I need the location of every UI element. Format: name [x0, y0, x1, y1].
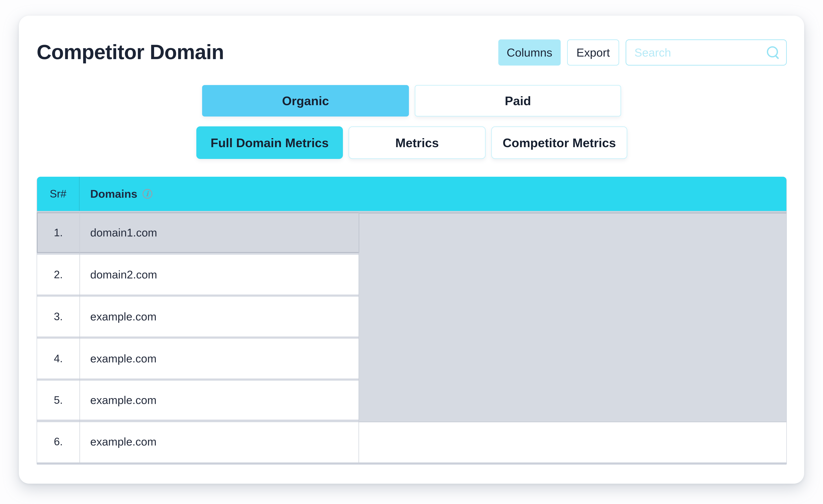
competitor-domain-card: Competitor Domain Columns Export Organic… — [19, 16, 804, 484]
domains-column-right-divider — [359, 213, 359, 463]
table-row[interactable]: 6. example.com — [37, 423, 359, 461]
sr-cell: 4. — [37, 339, 79, 379]
sr-cell: 6. — [37, 423, 79, 461]
search-icon — [767, 46, 780, 59]
export-button[interactable]: Export — [567, 39, 619, 65]
table-row[interactable]: 2. domain2.com — [37, 255, 359, 294]
sr-cell: 1. — [37, 213, 79, 253]
domain-cell: example.com — [79, 339, 359, 379]
table-row[interactable]: 4. example.com — [37, 339, 359, 379]
domain-cell: domain1.com — [79, 213, 359, 253]
tab-full-domain-metrics[interactable]: Full Domain Metrics — [196, 127, 343, 159]
domain-cell: example.com — [79, 297, 359, 336]
page-title: Competitor Domain — [37, 40, 224, 64]
columns-button[interactable]: Columns — [498, 39, 561, 65]
table-row[interactable]: 1. domain1.com — [37, 213, 359, 253]
header-domains-label: Domains — [90, 188, 137, 200]
table-row[interactable]: 3. example.com — [37, 297, 359, 336]
domains-table: Sr# Domains i 1. domain1.com 2. domain2.… — [37, 177, 787, 465]
header-sr: Sr# — [37, 177, 79, 211]
domain-cell: domain2.com — [79, 255, 359, 294]
tab-metrics[interactable]: Metrics — [348, 127, 486, 159]
table-row[interactable]: 5. example.com — [37, 381, 359, 420]
domain-cell: example.com — [79, 423, 359, 461]
header-domains: Domains i — [79, 177, 152, 211]
sr-cell: 5. — [37, 381, 79, 420]
toggle-organic[interactable]: Organic — [202, 85, 409, 116]
table-header-row: Sr# Domains i — [37, 177, 786, 211]
sr-cell: 2. — [37, 255, 79, 294]
table-body: 1. domain1.com 2. domain2.com 3. example… — [37, 213, 786, 463]
toolbar: Columns Export — [498, 39, 787, 65]
search-input[interactable] — [634, 46, 767, 59]
empty-metrics-area — [359, 213, 786, 422]
domain-cell: example.com — [79, 381, 359, 420]
tab-competitor-metrics[interactable]: Competitor Metrics — [491, 127, 627, 159]
toggle-paid[interactable]: Paid — [415, 85, 621, 116]
column-divider — [79, 213, 80, 463]
search-box[interactable] — [626, 39, 787, 65]
info-icon[interactable]: i — [143, 189, 152, 199]
sr-cell: 3. — [37, 297, 79, 336]
